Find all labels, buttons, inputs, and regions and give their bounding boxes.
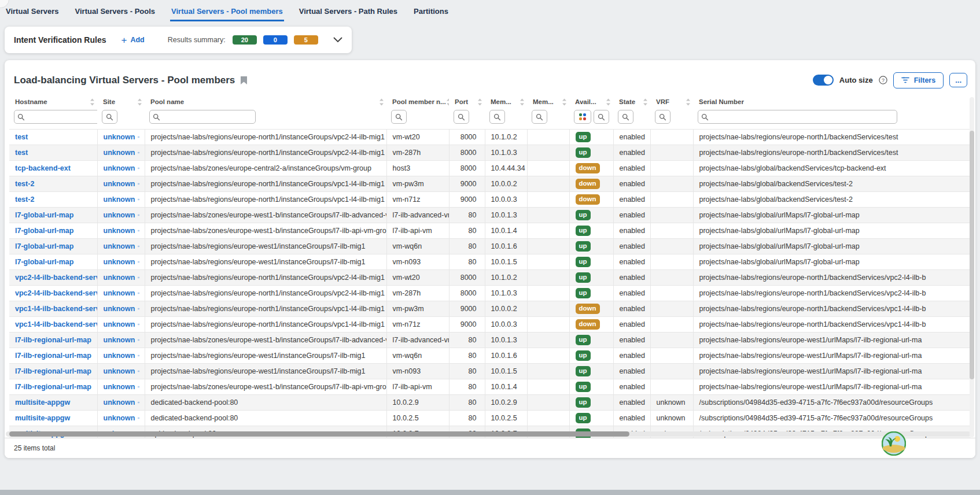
sort-icon[interactable] xyxy=(477,98,482,106)
site-link[interactable]: unknown xyxy=(104,414,135,422)
table-row[interactable]: l7-global-url-mapunknownprojects/nae-lab… xyxy=(9,223,971,239)
col-header-port[interactable]: Port xyxy=(449,95,485,109)
tab-partitions[interactable]: Partitions xyxy=(412,7,450,21)
filter-search-state[interactable] xyxy=(618,110,633,124)
filter-search-avail[interactable] xyxy=(594,110,609,124)
site-link[interactable]: unknown xyxy=(104,383,135,391)
vertical-scrollbar[interactable] xyxy=(970,97,974,437)
sort-icon[interactable] xyxy=(606,98,611,106)
site-link[interactable]: unknown xyxy=(104,289,135,297)
help-icon[interactable]: ? xyxy=(879,76,887,84)
filters-button[interactable]: Filters xyxy=(893,72,944,88)
hostname-link[interactable]: multisite-appgw xyxy=(15,414,70,422)
filter-search-hostname[interactable] xyxy=(14,110,97,124)
add-rule-button[interactable]: + Add xyxy=(121,35,144,45)
col-header-site[interactable]: Site xyxy=(97,95,145,109)
availability-color-filter[interactable] xyxy=(574,110,591,124)
results-badge[interactable]: 0 xyxy=(263,35,288,45)
table-row[interactable]: l7-ilb-regional-url-mapunknownprojects/n… xyxy=(9,348,971,364)
hostname-link[interactable]: l7-ilb-regional-url-map xyxy=(15,352,91,360)
site-link[interactable]: unknown xyxy=(104,180,135,188)
results-badge[interactable]: 20 xyxy=(233,35,257,45)
site-link[interactable]: unknown xyxy=(104,336,135,344)
site-link[interactable]: unknown xyxy=(104,164,135,172)
site-link[interactable]: unknown xyxy=(104,367,135,375)
table-row[interactable]: multisite-appgwunknowndedicated-backend-… xyxy=(9,411,971,426)
table-row[interactable]: testunknownprojects/nae-labs/regions/eur… xyxy=(9,145,971,161)
filter-search-mem2[interactable] xyxy=(532,110,547,124)
table-row[interactable]: l7-global-url-mapunknownprojects/nae-lab… xyxy=(9,254,971,270)
filter-search-port[interactable] xyxy=(454,110,469,124)
chevron-down-icon[interactable] xyxy=(333,37,342,43)
site-link[interactable]: unknown xyxy=(104,242,135,250)
horizontal-scrollbar[interactable] xyxy=(6,431,971,437)
sort-icon[interactable] xyxy=(520,98,525,106)
site-link[interactable]: unknown xyxy=(104,195,135,204)
hostname-link[interactable]: vpc1-l4-ilb-backend-service xyxy=(15,305,97,313)
hostname-link[interactable]: vpc2-l4-ilb-backend-service xyxy=(15,274,97,282)
hostname-link[interactable]: test-2 xyxy=(15,195,34,204)
hostname-link[interactable]: vpc2-l4-ilb-backend-service xyxy=(15,289,97,297)
filter-input-hostname[interactable] xyxy=(27,113,97,121)
sort-icon[interactable] xyxy=(686,98,691,106)
table-row[interactable]: multisite-appgwunknowndedicated-backend-… xyxy=(9,395,971,411)
col-header-avail[interactable]: Avail... xyxy=(569,95,613,109)
auto-size-toggle[interactable] xyxy=(813,75,834,86)
bookmark-icon[interactable] xyxy=(241,76,247,84)
horizontal-scrollbar-thumb[interactable] xyxy=(9,431,629,437)
col-header-serial[interactable]: Serial Number xyxy=(693,95,971,109)
hostname-link[interactable]: tcp-backend-ext xyxy=(15,164,71,172)
table-row[interactable]: test-2unknownprojects/nae-labs/regions/e… xyxy=(9,192,971,208)
table-row[interactable]: tcp-backend-extunknownprojects/nae-labs/… xyxy=(9,161,971,176)
hostname-link[interactable]: l7-global-url-map xyxy=(15,258,73,266)
table-row[interactable]: testunknownprojects/nae-labs/regions/eur… xyxy=(9,130,971,145)
filter-search-vrf[interactable] xyxy=(655,110,670,124)
tab-virtual-servers[interactable]: Virtual Servers xyxy=(5,7,60,21)
sort-icon[interactable] xyxy=(379,98,384,106)
col-header-pool_name[interactable]: Pool name xyxy=(145,95,386,109)
tab-virtual-servers-path-rules[interactable]: Virtual Servers - Path Rules xyxy=(298,7,399,21)
tab-virtual-servers-pools[interactable]: Virtual Servers - Pools xyxy=(74,7,157,21)
sort-icon[interactable] xyxy=(90,98,95,106)
hostname-link[interactable]: test xyxy=(15,149,28,157)
table-row[interactable]: l7-global-url-mapunknownprojects/nae-lab… xyxy=(9,239,971,254)
site-link[interactable]: unknown xyxy=(104,320,135,328)
hostname-link[interactable]: l7-global-url-map xyxy=(15,227,73,235)
filter-search-pool_member[interactable] xyxy=(391,110,407,124)
col-header-vrf[interactable]: VRF xyxy=(650,95,693,109)
col-header-mem2[interactable]: Mem... xyxy=(527,95,569,109)
hostname-link[interactable]: l7-global-url-map xyxy=(15,211,73,219)
sort-icon[interactable] xyxy=(643,98,648,106)
vertical-scrollbar-thumb[interactable] xyxy=(970,131,974,379)
results-badge[interactable]: 5 xyxy=(294,35,318,45)
site-link[interactable]: unknown xyxy=(104,149,135,157)
sort-icon[interactable] xyxy=(446,98,449,106)
site-link[interactable]: unknown xyxy=(104,211,135,219)
table-row[interactable]: vpc1-l4-ilb-backend-serviceunknownprojec… xyxy=(9,317,971,333)
col-header-hostname[interactable]: Hostname xyxy=(9,95,97,109)
site-link[interactable]: unknown xyxy=(104,133,135,141)
filter-input-serial[interactable] xyxy=(711,113,894,121)
site-link[interactable]: unknown xyxy=(104,398,135,407)
site-link[interactable]: unknown xyxy=(104,352,135,360)
filter-search-site[interactable] xyxy=(102,110,117,124)
corner-logo[interactable] xyxy=(882,431,906,458)
filter-search-serial[interactable] xyxy=(698,110,897,124)
col-header-pool_member[interactable]: Pool member n... xyxy=(386,95,449,109)
site-link[interactable]: unknown xyxy=(104,258,135,266)
hostname-link[interactable]: test xyxy=(15,133,28,141)
table-row[interactable]: test-2unknownprojects/nae-labs/regions/e… xyxy=(9,176,971,192)
hostname-link[interactable]: l7-ilb-regional-url-map xyxy=(15,367,91,375)
col-header-state[interactable]: State xyxy=(613,95,650,109)
table-row[interactable]: vpc1-l4-ilb-backend-serviceunknownprojec… xyxy=(9,301,971,317)
hostname-link[interactable]: test-2 xyxy=(15,180,34,188)
site-link[interactable]: unknown xyxy=(104,305,135,313)
table-row[interactable]: l7-ilb-regional-url-mapunknownprojects/n… xyxy=(9,364,971,379)
table-row[interactable]: vpc2-l4-ilb-backend-serviceunknownprojec… xyxy=(9,270,971,286)
sort-icon[interactable] xyxy=(137,98,142,106)
hostname-link[interactable]: multisite-appgw xyxy=(15,398,70,407)
table-row[interactable]: l7-global-url-mapunknownprojects/nae-lab… xyxy=(9,208,971,223)
sort-icon[interactable] xyxy=(562,98,567,106)
tab-virtual-servers-pool-members[interactable]: Virtual Servers - Pool members xyxy=(170,7,284,21)
filter-search-mem1[interactable] xyxy=(489,110,505,124)
